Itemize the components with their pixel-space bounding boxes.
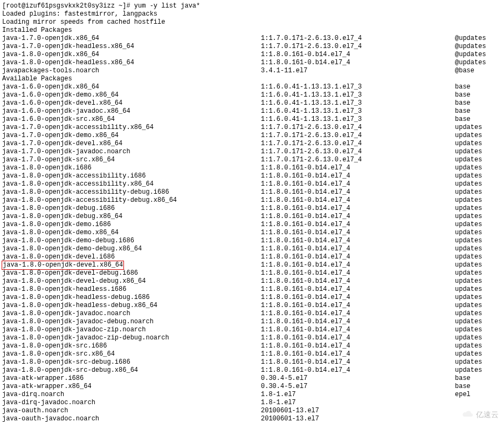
package-version: 1:1.8.0.161-0.b14.el7_4 [261,334,455,342]
package-version: 1:1.6.0.41-1.13.13.1.el7_3 [261,107,455,115]
package-repo: updates [455,269,482,277]
package-name: java-1.8.0-openjdk-javadoc.noarch [2,310,261,318]
available-package-row: java-1.8.0-openjdk-accessibility-debug.x… [2,196,502,205]
package-repo: base [455,91,471,99]
available-package-row: java-oauth.noarch20100601-13.el7 [2,407,502,415]
package-version: 1:1.8.0.161-0.b14.el7_4 [261,221,455,229]
package-version: 1:1.8.0.161-0.b14.el7_4 [261,358,455,366]
package-repo: updates [455,213,482,221]
package-name: java-1.6.0-openjdk-demo.x86_64 [2,91,261,99]
package-version: 20100601-13.el7 [261,415,455,422]
available-package-row: java-1.8.0-openjdk-devel-debug.x86_641:1… [2,277,502,285]
package-repo: updates [455,164,482,172]
package-name: java-1.8.0-openjdk-demo-debug.i686 [2,237,261,245]
package-name: java-dirq.noarch [2,391,261,399]
package-repo: updates [455,318,482,326]
package-name: java-1.8.0-openjdk-javadoc-debug.noarch [2,318,261,326]
available-package-row: java-1.6.0-openjdk-javadoc.x86_641:1.6.0… [2,107,502,115]
package-version: 1:1.8.0.161-0.b14.el7_4 [261,180,455,188]
package-repo: updates [455,132,482,140]
package-name: java-1.7.0-openjdk-headless.x86_64 [2,43,261,51]
package-name: java-1.8.0-openjdk-src.i686 [2,342,261,350]
package-name: java-1.8.0-openjdk-debug.x86_64 [2,213,261,221]
package-repo: base [455,99,471,107]
package-version: 1:1.7.0.171-2.6.13.0.el7_4 [261,140,455,148]
package-version: 1:1.8.0.161-0.b14.el7_4 [261,294,455,302]
package-name: java-1.6.0-openjdk-javadoc.x86_64 [2,107,261,115]
package-repo: updates [455,334,482,342]
package-repo: updates [455,188,482,196]
package-repo: updates [455,196,482,205]
package-name: java-1.8.0-openjdk-src-debug.i686 [2,358,261,366]
package-version: 1:1.8.0.161-0.b14.el7_4 [261,285,455,294]
available-package-row: java-atk-wrapper.i6860.30.4-5.el7base [2,375,502,383]
available-package-row: java-1.8.0-openjdk-headless.i6861:1.8.0.… [2,285,502,294]
package-name: java-1.7.0-openjdk-devel.x86_64 [2,140,261,148]
available-package-row: java-dirq-javadoc.noarch1.8-1.el7 [2,399,502,407]
package-repo: updates [455,326,482,334]
package-name: java-1.8.0-openjdk-devel-debug.x86_64 [2,277,261,285]
package-repo: updates [455,342,482,350]
available-package-row: java-1.8.0-openjdk-headless-debug.i6861:… [2,294,502,302]
package-name: java-1.8.0-openjdk-demo-debug.x86_64 [2,245,261,253]
available-package-row: java-1.8.0-openjdk-demo-debug.x86_641:1.… [2,245,502,253]
loading-mirror-line: Loading mirror speeds from cached hostfi… [2,18,502,26]
package-repo: base [455,383,471,391]
package-name: java-1.8.0-openjdk-headless.i686 [2,285,261,294]
package-repo: updates [455,148,482,156]
package-repo: base [455,375,471,383]
shell-prompt-line: [root@izuf61psgsvkxk2t0sy3izz ~]# yum -y… [2,2,502,10]
package-version: 1:1.7.0.171-2.6.13.0.el7_4 [261,156,455,164]
package-repo: updates [455,294,482,302]
package-name: java-1.7.0-openjdk.x86_64 [2,35,261,43]
package-name: java-1.8.0-openjdk-src.x86_64 [2,350,261,358]
package-version: 1:1.8.0.161-0.b14.el7_4 [261,245,455,253]
terminal-output: [root@izuf61psgsvkxk2t0sy3izz ~]# yum -y… [2,2,502,422]
package-name: java-1.7.0-openjdk-accessibility.x86_64 [2,124,261,132]
installed-packages-header: Installed Packages [2,26,502,35]
package-name: java-1.8.0-openjdk-devel.x86_64 [2,261,261,269]
package-name: javapackages-tools.noarch [2,67,261,75]
package-name: java-1.8.0-openjdk-demo.i686 [2,221,261,229]
package-repo: updates [455,172,482,180]
package-name: java-dirq-javadoc.noarch [2,399,261,407]
package-repo: @updates [455,51,486,59]
package-version: 0.30.4-5.el7 [261,383,455,391]
loaded-plugins-line: Loaded plugins: fastestmirror, langpacks [2,10,502,18]
available-package-row: java-1.8.0-openjdk-devel.i6861:1.8.0.161… [2,253,502,261]
available-package-row: java-atk-wrapper.x86_640.30.4-5.el7base [2,383,502,391]
package-version: 1:1.7.0.171-2.6.13.0.el7_4 [261,148,455,156]
package-repo: updates [455,277,482,285]
package-version: 1:1.8.0.161-0.b14.el7_4 [261,237,455,245]
package-version: 1:1.8.0.161-0.b14.el7_4 [261,164,455,172]
available-package-row: java-1.8.0-openjdk-headless-debug.x86_64… [2,302,502,310]
package-name: java-1.8.0-openjdk-accessibility.i686 [2,172,261,180]
available-package-row: java-1.8.0-openjdk-src.x86_641:1.8.0.161… [2,350,502,358]
package-version: 1:1.8.0.161-0.b14.el7_4 [261,277,455,285]
available-package-row: java-1.7.0-openjdk-devel.x86_641:1.7.0.1… [2,140,502,148]
package-name: java-1.7.0-openjdk-demo.x86_64 [2,132,261,140]
package-name: java-1.8.0-openjdk-debug.i686 [2,205,261,213]
available-package-row: java-dirq.noarch1.8-1.el7epel [2,391,502,399]
package-version: 1:1.8.0.161-0.b14.el7_4 [261,310,455,318]
available-package-row: java-1.8.0-openjdk-devel.x86_641:1.8.0.1… [2,261,502,269]
available-package-row: java-1.8.0-openjdk-javadoc-debug.noarch1… [2,318,502,326]
installed-package-row: javapackages-tools.noarch3.4.1-11.el7@ba… [2,67,502,75]
package-repo: updates [455,253,482,261]
package-version: 1:1.8.0.161-0.b14.el7_4 [261,205,455,213]
package-version: 1:1.8.0.161-0.b14.el7_4 [261,51,455,59]
available-package-row: java-1.8.0-openjdk-debug.x86_641:1.8.0.1… [2,213,502,221]
package-repo: @updates [455,59,486,67]
package-version: 20100601-13.el7 [261,407,455,415]
package-name: java-atk-wrapper.i686 [2,375,261,383]
package-repo: @updates [455,43,486,51]
package-name: java-1.8.0-openjdk.x86_64 [2,51,261,59]
package-version: 1:1.8.0.161-0.b14.el7_4 [261,350,455,358]
package-repo: updates [455,358,482,366]
package-name: java-1.8.0-openjdk-demo.x86_64 [2,229,261,237]
package-name: java-1.7.0-openjdk-javadoc.noarch [2,148,261,156]
package-repo: epel [455,391,471,399]
package-version: 1:1.8.0.161-0.b14.el7_4 [261,366,455,375]
available-package-row: java-1.8.0-openjdk-javadoc-zip.noarch1:1… [2,326,502,334]
package-name: java-1.8.0-openjdk-src-debug.x86_64 [2,366,261,375]
